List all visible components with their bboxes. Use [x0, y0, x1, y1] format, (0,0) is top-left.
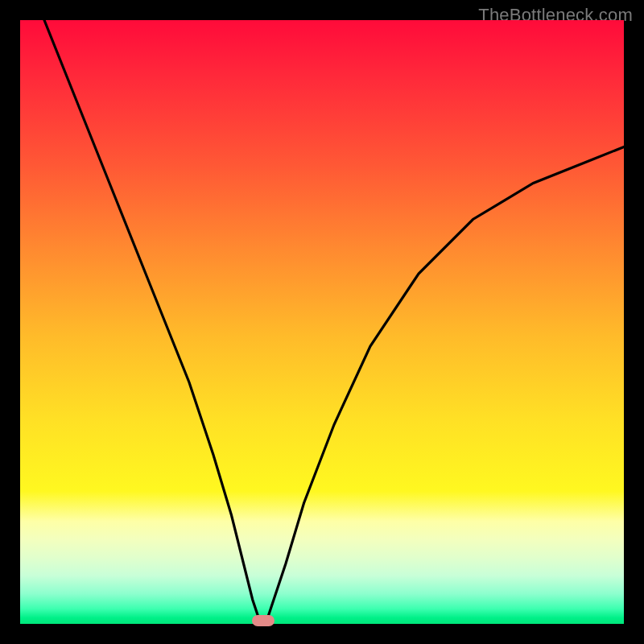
- bottleneck-curve: [44, 20, 624, 624]
- optimal-point-marker: [252, 615, 275, 626]
- bottleneck-curve-svg: [20, 20, 624, 624]
